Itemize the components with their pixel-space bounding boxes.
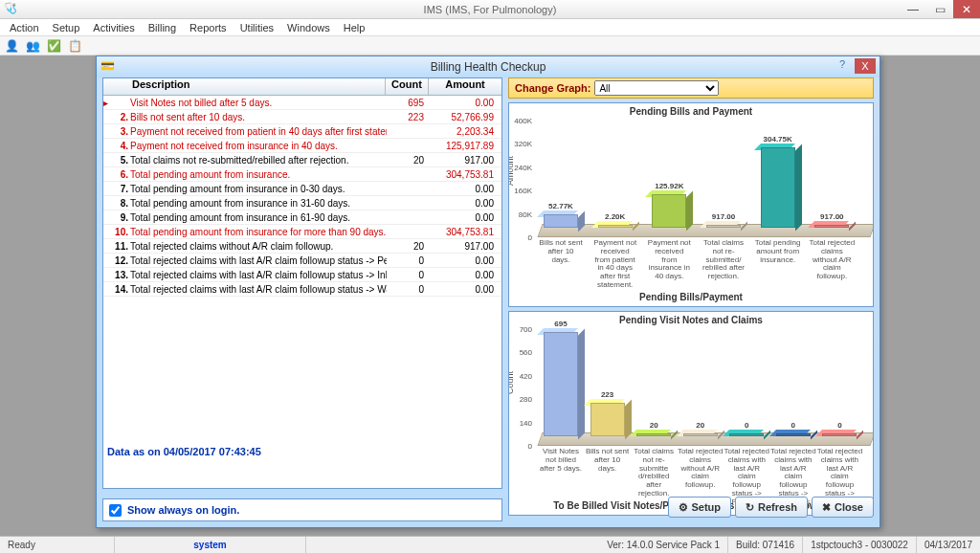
table-row[interactable]: 11.Total rejected claims without A/R cla… <box>103 239 501 254</box>
menu-windows[interactable]: Windows <box>281 20 336 35</box>
graph-selector-dropdown[interactable]: All <box>594 80 719 96</box>
row-description: Total pending amount from insurance in 3… <box>130 198 387 209</box>
chart-plot-area: 52.77K2.20K125.92K917.00304.75K917.00 <box>534 121 867 237</box>
menu-billing[interactable]: Billing <box>143 20 182 35</box>
bar-value-label: 304.75K <box>764 135 792 144</box>
toolbar-icon-4[interactable]: 📋 <box>67 38 82 54</box>
status-date: 04/13/2017 <box>917 537 980 553</box>
close-button[interactable]: ✖Close <box>812 497 874 518</box>
refresh-button[interactable]: ↻Refresh <box>735 497 808 518</box>
table-row[interactable]: ▸Visit Notes not billed after 5 days.695… <box>103 96 501 110</box>
row-count: 20 <box>387 155 430 166</box>
row-number: 8. <box>113 198 130 209</box>
menu-action[interactable]: Action <box>4 20 45 35</box>
table-row[interactable]: 6.Total pending amount from insurance.30… <box>103 167 501 182</box>
x-axis-title: Pending Bills/Payment <box>509 292 873 302</box>
show-always-checkbox[interactable] <box>109 504 122 517</box>
table-row[interactable]: 13.Total rejected claims with last A/R c… <box>103 268 501 282</box>
dialog-title-text: Billing Health Checkup <box>431 60 546 74</box>
row-amount: 917.00 <box>430 155 501 166</box>
status-station: 1stpctouch3 - 0030022 <box>803 537 917 553</box>
minimize-button[interactable]: — <box>900 0 926 18</box>
bar-value-label: 125.92K <box>655 182 683 190</box>
row-description: Visit Notes not billed after 5 days. <box>130 98 387 108</box>
col-count[interactable]: Count <box>386 78 429 95</box>
row-description: Bills not sent after 10 days. <box>130 112 387 122</box>
table-row[interactable]: 10.Total pending amount from insurance f… <box>103 225 501 239</box>
checkup-table-panel: Description Count Amount ▸Visit Notes no… <box>102 77 502 489</box>
table-row[interactable]: 12.Total rejected claims with last A/R c… <box>103 254 501 268</box>
menu-activities[interactable]: Activities <box>87 20 140 35</box>
charts-panel: Change Graph: All Pending Bills and Paym… <box>508 77 874 518</box>
bar-value-label: 695 <box>554 320 567 328</box>
table-row[interactable]: 3.Payment not received from patient in 4… <box>103 124 501 139</box>
table-row[interactable]: 4.Payment not received from insurance in… <box>103 139 501 153</box>
menu-setup[interactable]: Setup <box>47 20 86 35</box>
chart-bar <box>729 433 764 436</box>
category-label: Total rejected claims without A/R claim … <box>678 448 724 490</box>
setup-button[interactable]: ⚙Setup <box>668 497 732 518</box>
row-number: 14. <box>113 284 130 295</box>
status-system: system <box>115 537 306 553</box>
category-label: Visit Notes not billed after 5 days. <box>538 448 584 473</box>
chart-bar <box>822 433 857 436</box>
row-number: 2. <box>113 112 130 122</box>
row-amount: 304,753.81 <box>430 227 501 237</box>
chart-bar <box>544 332 578 436</box>
category-label: Total rejected claims without A/R claim … <box>809 239 855 281</box>
row-number: 12. <box>113 255 130 266</box>
row-amount: 0.00 <box>430 198 501 209</box>
toolbar-icon-1[interactable]: 👤 <box>4 38 19 54</box>
menu-help[interactable]: Help <box>338 20 371 35</box>
bar-value-label: 0 <box>791 421 795 430</box>
category-label: Payment not received from patient in 40 … <box>592 239 638 290</box>
gear-icon: ⚙ <box>679 501 688 514</box>
table-row[interactable]: 8.Total pending amount from insurance in… <box>103 196 501 210</box>
menu-reports[interactable]: Reports <box>184 20 233 35</box>
chart-bar <box>761 147 795 228</box>
toolbar-icon-3[interactable]: ✅ <box>46 38 61 54</box>
table-row[interactable]: 14.Total rejected claims with last A/R c… <box>103 282 501 297</box>
bar-value-label: 917.00 <box>820 212 843 221</box>
chart-bar <box>636 433 671 436</box>
row-description: Payment not received from patient in 40 … <box>130 126 387 137</box>
toolbar-icon-2[interactable]: 👥 <box>25 38 40 54</box>
row-amount: 0.00 <box>430 212 501 223</box>
billing-checkup-dialog: 💳 Billing Health Checkup ? X Description… <box>96 55 880 528</box>
status-version: Ver: 14.0.0 Service Pack 1 <box>599 537 728 553</box>
category-label: Total pending amount from insurance. <box>755 239 801 264</box>
chart-title: Pending Bills and Payment <box>509 103 873 117</box>
row-number: 3. <box>113 126 130 137</box>
row-amount: 2,203.34 <box>430 126 501 137</box>
table-row[interactable]: 7.Total pending amount from insurance in… <box>103 182 501 196</box>
statusbar: Ready system Ver: 14.0.0 Service Pack 1 … <box>0 536 980 553</box>
col-description[interactable]: Description <box>103 78 386 95</box>
maximize-button[interactable]: ▭ <box>926 0 953 18</box>
status-ready: Ready <box>0 537 115 553</box>
row-amount: 125,917.89 <box>430 141 501 151</box>
row-description: Total pending amount from insurance in 0… <box>130 184 387 194</box>
row-description: Total rejected claims with last A/R clai… <box>130 270 387 280</box>
toolbar: 👤 👥 ✅ 📋 <box>0 36 980 55</box>
dialog-help-button[interactable]: ? <box>834 58 851 70</box>
table-row[interactable]: 5.Total claims not re-submitted/rebilled… <box>103 153 501 167</box>
row-number: 13. <box>113 270 130 280</box>
data-timestamp: Data as on 04/05/2017 07:43:45 <box>107 446 261 457</box>
table-row[interactable]: 2.Bills not sent after 10 days.22352,766… <box>103 110 501 124</box>
row-number: 9. <box>113 212 130 223</box>
app-icon: 🩺 <box>4 2 17 15</box>
window-close-button[interactable]: ✕ <box>953 0 980 18</box>
dialog-close-button[interactable]: X <box>855 58 876 74</box>
chart-pending-bills: Pending Bills and PaymentAmount080K160K2… <box>508 102 874 307</box>
bar-value-label: 2.20K <box>605 212 625 221</box>
table-row[interactable]: 9.Total pending amount from insurance in… <box>103 210 501 225</box>
bar-value-label: 20 <box>696 421 704 430</box>
row-description: Total pending amount from insurance for … <box>130 227 387 237</box>
col-amount[interactable]: Amount <box>429 78 501 95</box>
row-description: Total rejected claims without A/R claim … <box>130 241 387 252</box>
row-count: 0 <box>387 284 430 295</box>
menu-utilities[interactable]: Utilities <box>234 20 279 35</box>
chart-bar <box>814 225 849 228</box>
row-number: 6. <box>113 169 130 180</box>
row-count: 20 <box>387 241 430 252</box>
